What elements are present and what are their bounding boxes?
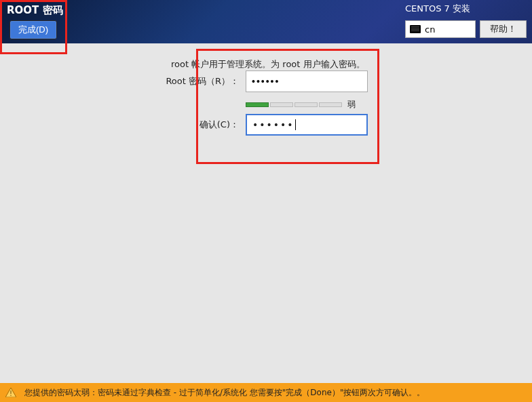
header: ROOT 密码 完成(D) CENTOS 7 安装 cn 帮助！ <box>0 0 532 43</box>
password-strength: 弱 <box>246 99 356 110</box>
strength-meter <box>246 102 342 107</box>
header-right: CENTOS 7 安装 cn 帮助！ <box>405 3 527 38</box>
header-right-row: cn 帮助！ <box>405 20 527 38</box>
help-button[interactable]: 帮助！ <box>480 20 527 38</box>
meter-seg-4 <box>319 102 342 107</box>
meter-seg-3 <box>294 102 318 107</box>
lang-code: cn <box>425 24 435 35</box>
done-button[interactable]: 完成(D) <box>10 20 57 39</box>
warning-bar: ! 您提供的密码太弱：密码未通过字典检查 - 过于简单化/系统化 您需要按"完成… <box>0 383 532 402</box>
meter-seg-1 <box>246 102 269 107</box>
page-title: ROOT 密码 <box>7 4 63 17</box>
confirm-password-input[interactable]: •••••• <box>246 114 368 136</box>
confirm-row: 确认(C)： •••••• <box>157 114 368 136</box>
keyboard-layout-selector[interactable]: cn <box>405 20 476 38</box>
install-title: CENTOS 7 安装 <box>405 3 470 15</box>
confirm-label: 确认(C)： <box>157 119 239 131</box>
caret <box>295 119 296 130</box>
warning-text: 您提供的密码太弱：密码未通过字典检查 - 过于简单化/系统化 您需要按"完成（D… <box>24 387 425 399</box>
keyboard-icon <box>410 25 421 33</box>
strength-label: 弱 <box>347 99 356 110</box>
root-password-input[interactable] <box>246 71 368 92</box>
content: root 帐户用于管理系统。为 root 用户输入密码。 Root 密码（R）：… <box>0 43 532 383</box>
confirm-value: •••••• <box>252 119 294 130</box>
password-label: Root 密码（R）： <box>157 75 239 87</box>
svg-text:!: ! <box>10 390 12 397</box>
meter-seg-2 <box>270 102 293 107</box>
warning-icon: ! <box>5 388 16 397</box>
password-row: Root 密码（R）： <box>157 71 368 92</box>
instruction-text: root 帐户用于管理系统。为 root 用户输入密码。 <box>171 58 365 71</box>
